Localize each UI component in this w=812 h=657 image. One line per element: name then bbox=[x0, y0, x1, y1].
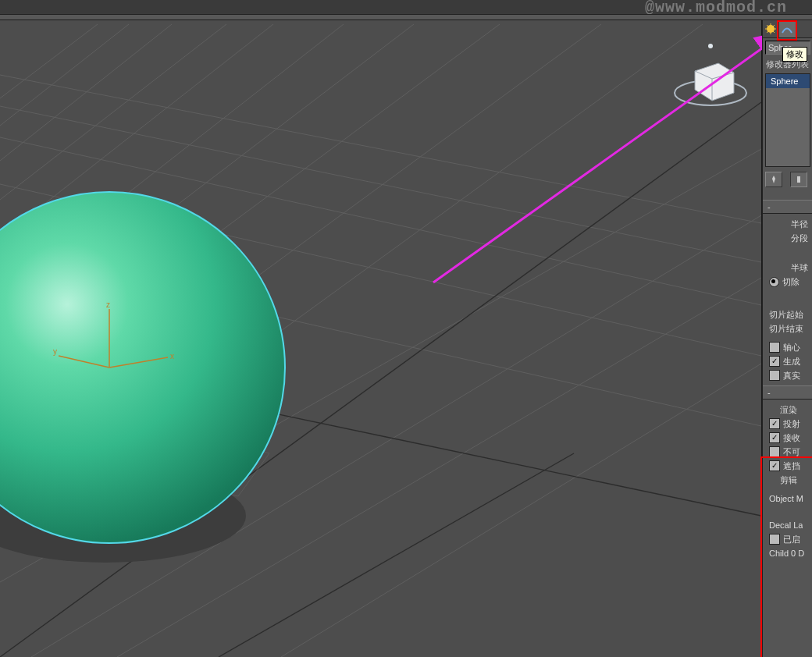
pin-stack-button[interactable] bbox=[765, 172, 782, 187]
svg-line-16 bbox=[0, 24, 129, 126]
decal-label: Decal La bbox=[769, 520, 803, 530]
rollout-render-header[interactable]: - bbox=[763, 385, 812, 400]
render-title: 渲染 bbox=[780, 404, 797, 416]
modifier-stack[interactable]: Sphere bbox=[765, 73, 810, 167]
invisible-label: 不可 bbox=[783, 446, 800, 458]
svg-line-20 bbox=[219, 453, 574, 657]
rollout-render-body: 渲染 投射 接收 不可 遮挡 剪辑 Object M Decal La 已启 C… bbox=[763, 400, 812, 563]
clip-label: 剪辑 bbox=[780, 474, 797, 486]
viewport-perspective[interactable]: z x y bbox=[0, 20, 761, 657]
tab-modify-tooltip: 修改 bbox=[782, 47, 807, 62]
child-label: Child 0 D bbox=[769, 549, 804, 558]
svg-line-15 bbox=[0, 24, 172, 161]
cast-shadows-label: 投射 bbox=[783, 418, 800, 430]
svg-text:z: z bbox=[106, 300, 110, 309]
chop-radio[interactable] bbox=[769, 277, 779, 287]
slice-to-label: 切片结束 bbox=[769, 323, 803, 335]
tab-extra[interactable] bbox=[796, 20, 812, 37]
rollout-parameters-body: 半径 分段 半球 切除 切片起始 切片结束 轴心 生成 真实 bbox=[763, 214, 812, 385]
svg-marker-31 bbox=[695, 63, 734, 101]
slice-from-label: 切片起始 bbox=[769, 309, 803, 321]
real-world-label: 真实 bbox=[783, 370, 800, 382]
receive-shadows-label: 接收 bbox=[783, 432, 800, 444]
invisible-checkbox[interactable] bbox=[769, 446, 780, 457]
svg-line-18 bbox=[281, 364, 761, 657]
command-panel: 修改器列表 Sphere - 半径 分段 半球 切除 切片起始 切片结束 轴心 bbox=[762, 20, 812, 657]
show-end-result-button[interactable] bbox=[790, 172, 807, 187]
pivot-checkbox[interactable] bbox=[769, 342, 780, 353]
svg-line-14 bbox=[0, 24, 226, 200]
occlusion-checkbox[interactable] bbox=[769, 460, 780, 471]
tab-create[interactable] bbox=[763, 20, 779, 37]
gen-mapping-label: 生成 bbox=[783, 356, 800, 368]
receive-shadows-checkbox[interactable] bbox=[769, 432, 780, 443]
chop-label: 切除 bbox=[782, 276, 800, 288]
rollout-parameters-header[interactable]: - bbox=[763, 200, 812, 214]
titlebar-stub bbox=[0, 14, 812, 20]
modifier-stack-toolbar bbox=[763, 169, 812, 192]
viewport-canvas: z x y bbox=[0, 20, 761, 657]
occlusion-label: 遮挡 bbox=[783, 460, 800, 472]
pivot-label: 轴心 bbox=[783, 342, 800, 353]
radius-label: 半径 bbox=[791, 218, 808, 230]
cast-shadows-checkbox[interactable] bbox=[769, 418, 780, 429]
gen-mapping-checkbox[interactable] bbox=[769, 356, 780, 367]
enabled-label: 已启 bbox=[783, 534, 800, 545]
viewcube bbox=[675, 44, 746, 105]
enabled-checkbox[interactable] bbox=[769, 534, 780, 545]
svg-text:x: x bbox=[170, 352, 174, 360]
svg-point-35 bbox=[708, 44, 713, 48]
command-panel-tabs bbox=[763, 20, 812, 38]
segments-label: 分段 bbox=[791, 233, 808, 244]
hemisphere-label: 半球 bbox=[791, 262, 808, 274]
svg-rect-42 bbox=[797, 176, 800, 183]
modifier-stack-item[interactable]: Sphere bbox=[766, 74, 810, 88]
svg-text:y: y bbox=[53, 347, 57, 356]
app-root: @www.modmod.cn bbox=[0, 0, 812, 657]
object-m-label: Object M bbox=[769, 494, 803, 503]
real-world-checkbox[interactable] bbox=[769, 370, 780, 381]
tab-modify[interactable] bbox=[779, 20, 796, 37]
